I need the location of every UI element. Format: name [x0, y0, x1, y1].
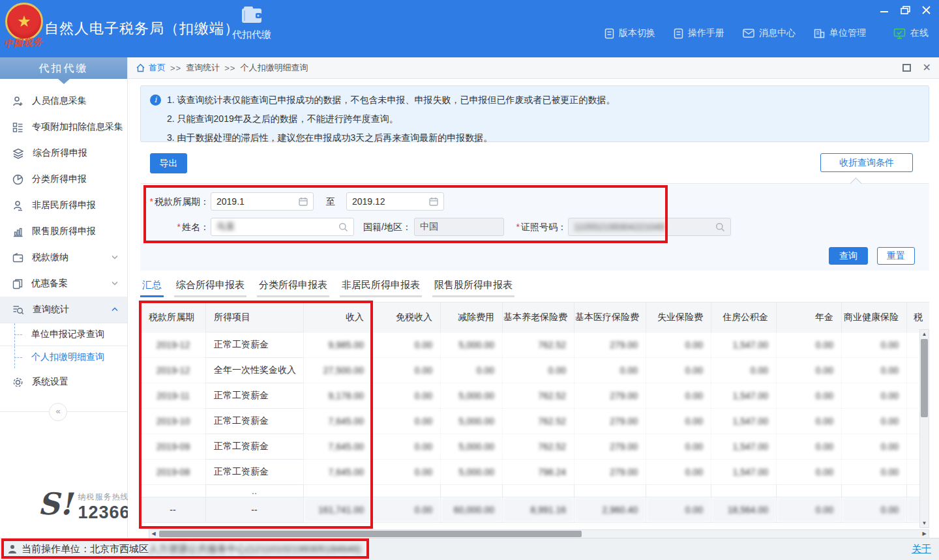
nav-manual[interactable]: 操作手册 [674, 27, 724, 39]
collapse-sidebar-button[interactable]: « [49, 403, 67, 421]
scroll-down-arrow[interactable]: ▼ [920, 519, 929, 527]
restore-icon[interactable] [900, 5, 910, 14]
amount-cell [777, 485, 842, 497]
pie-chart-icon [12, 174, 23, 185]
sidebar-item-preferential-record[interactable]: 优惠备案 [0, 271, 127, 297]
amount-cell: 0.00 [372, 434, 441, 460]
name-input[interactable]: 马某 [211, 218, 354, 236]
tab-summary[interactable]: 汇总 [140, 279, 164, 297]
search-icon[interactable] [715, 222, 725, 232]
amount-cell: 279.00 [574, 332, 646, 358]
chevron-down-icon [112, 255, 118, 259]
id-number-label: *证照号码： [512, 222, 567, 233]
layers-icon [12, 148, 24, 159]
period-to-input[interactable]: 2019.12 [346, 192, 444, 211]
sidebar-item-query-statistics[interactable]: 查询统计 [0, 297, 127, 323]
amount-cell: 1,547.00 [711, 383, 777, 409]
tab-nonresident-income[interactable]: 非居民所得申报表 [340, 279, 422, 297]
sidebar-item-comprehensive-income[interactable]: 综合所得申报 [0, 140, 127, 166]
sidebar-item-label: 系统设置 [32, 376, 68, 388]
amount-cell: 5,000.00 [441, 409, 503, 434]
amount-cell: 0.00 [372, 497, 441, 523]
national-emblem-logo: ★ [5, 3, 43, 40]
scroll-up-arrow[interactable]: ▲ [920, 330, 929, 338]
sidebar-item-label: 分类所得申报 [32, 173, 87, 185]
search-icon[interactable] [338, 222, 348, 232]
amount-cell: 5,000.00 [441, 332, 503, 358]
sidebar-item-personnel-info[interactable]: 人员信息采集 [0, 88, 127, 114]
horizontal-scroll-thumb[interactable] [159, 531, 582, 537]
scroll-left-arrow[interactable]: ◀ [149, 530, 158, 538]
close-icon[interactable] [921, 5, 931, 14]
income-item-cell: 正常工资薪金 [206, 409, 304, 434]
query-form-panel: *税款所属期： 2019.1 至 2019.12 *姓名： 马某 国籍/地区： … [140, 183, 929, 271]
sidebar-item-label: 优惠备案 [31, 278, 68, 289]
col-header: 税 [907, 302, 930, 332]
income-item-cell: -- [206, 497, 304, 523]
period-cell: 2019-12 [141, 358, 206, 383]
table-row: 2019-11正常工资薪金9,178.000.005,000.00762.522… [141, 383, 930, 409]
sidebar-item-classified-income[interactable]: 分类所得申报 [0, 166, 127, 192]
amount-cell: 0.00 [842, 434, 907, 460]
person-add-icon [12, 96, 23, 107]
sidebar: 代扣代缴 人员信息采集 专项附加扣除信息采集 综合所得申报 分类所得申报 非居民… [0, 57, 128, 538]
tab-restricted-shares[interactable]: 限售股所得申报表 [432, 279, 514, 297]
nav-unit-management[interactable]: 单位管理 [814, 27, 866, 39]
sidebar-item-system-settings[interactable]: 系统设置 [0, 368, 127, 395]
collapse-query-button[interactable]: 收折查询条件 [820, 153, 913, 172]
tax-hotline-logo: S! 纳税服务热线 12366 [38, 489, 130, 523]
amount-cell: 0.00 [646, 409, 711, 434]
col-header: 收入 [304, 302, 372, 332]
vertical-scroll-thumb[interactable] [921, 339, 928, 417]
table-summary-row: ----161,741.000.0060,000.008,991.162,960… [141, 497, 930, 523]
sidebar-item-nonresident-income[interactable]: 非居民所得申报 [0, 192, 127, 218]
about-link[interactable]: 关于 [912, 543, 931, 555]
amount-cell: 0.00 [646, 460, 711, 485]
chevron-down-icon [112, 281, 118, 286]
amount-cell: 279.00 [574, 434, 646, 460]
scroll-right-arrow[interactable]: ▶ [920, 530, 929, 538]
amount-cell [503, 485, 574, 497]
sidebar-item-special-deduction[interactable]: 专项附加扣除信息采集 [0, 114, 127, 140]
hotline-mascot-icon: S! [38, 489, 72, 519]
tab-comprehensive-income[interactable]: 综合所得申报表 [174, 279, 246, 297]
sidebar-item-label: 税款缴纳 [32, 252, 68, 263]
vertical-scrollbar[interactable]: ▲ ▼ [919, 329, 929, 528]
table-row: 2019-12正常工资薪金9,985.000.005,000.00762.522… [141, 332, 930, 358]
amount-cell: 7,645.00 [304, 409, 372, 434]
nav-message-center[interactable]: 消息中心 [743, 27, 796, 39]
amount-cell: 1,547.00 [711, 460, 777, 485]
amount-cell: 798.24 [503, 460, 574, 485]
tab-classified-income[interactable]: 分类所得申报表 [257, 279, 329, 297]
horizontal-scrollbar[interactable]: ◀ ▶ [149, 529, 929, 538]
sidebar-subitem-personal-withholding-detail-query[interactable]: 个人扣缴明细查询 [0, 346, 127, 368]
calendar-icon[interactable] [429, 197, 438, 206]
document-icon [604, 28, 614, 39]
col-header: 商业健康保险 [842, 302, 907, 332]
minimize-icon[interactable] [879, 5, 889, 14]
nationality-input[interactable]: 中国 [414, 218, 504, 236]
sidebar-item-restricted-shares[interactable]: 限售股所得申报 [0, 218, 127, 244]
user-icon [8, 544, 17, 554]
breadcrumb-home-link[interactable]: 首页 [149, 62, 166, 74]
calendar-icon[interactable] [299, 197, 308, 206]
period-from-input[interactable]: 2019.1 [211, 192, 314, 211]
reset-button[interactable]: 重置 [877, 247, 915, 265]
amount-cell: 27,500.00 [304, 358, 372, 383]
panel-close-icon[interactable]: ✕ [923, 63, 931, 73]
period-cell: 2019-09 [141, 434, 206, 460]
app-title: 自然人电子税务局（扣缴端） [44, 19, 239, 38]
tab-withholding-module[interactable]: 代扣代缴 [220, 5, 283, 56]
id-number-input[interactable]: 110552199304221049 [568, 218, 731, 236]
amount-cell: 0.00 [842, 383, 907, 409]
nav-version-switch[interactable]: 版本切换 [604, 27, 655, 39]
online-status[interactable]: 在线 [893, 27, 929, 39]
amount-cell: 0.00 [372, 383, 441, 409]
export-button[interactable]: 导出 [150, 153, 187, 173]
table-row: 2019-10正常工资薪金7,645.000.005,000.00762.522… [141, 409, 930, 434]
search-button[interactable]: 查询 [829, 247, 868, 265]
sidebar-subitem-unit-declaration-query[interactable]: 单位申报记录查询 [0, 323, 127, 346]
panel-maximize-icon[interactable] [902, 64, 911, 72]
mail-icon [743, 29, 754, 38]
sidebar-item-tax-payment[interactable]: 税款缴纳 [0, 244, 127, 271]
